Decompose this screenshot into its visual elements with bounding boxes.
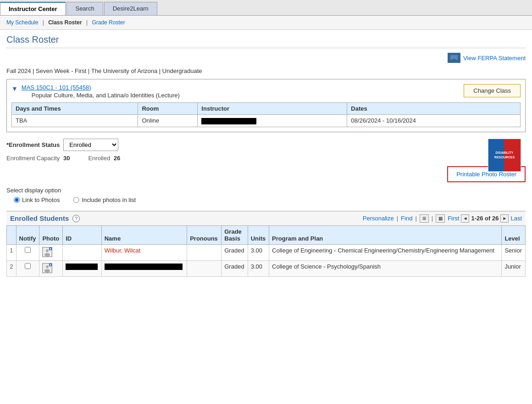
- col-room: Room: [138, 103, 198, 115]
- notify-checkbox-1[interactable]: [16, 244, 39, 260]
- col-program-plan: Program and Plan: [269, 225, 502, 244]
- name-cell-1: Wilbur, Wilcat: [101, 244, 187, 260]
- class-box: ▼ MAS 150C1 - 101 (55458) Popular Cultur…: [6, 79, 526, 132]
- first-page-link[interactable]: First: [448, 215, 459, 222]
- tab-search[interactable]: Search: [66, 2, 103, 15]
- enrollment-top: *Enrollment Status Enrolled Waitlisted D…: [6, 139, 526, 151]
- ferpa-label: View FERPA Statement: [463, 55, 526, 62]
- class-box-header: ▼ MAS 150C1 - 101 (55458) Popular Cultur…: [11, 84, 521, 99]
- tab-instructor-center[interactable]: Instructor Center: [0, 2, 66, 15]
- units-cell-1: 3.00: [248, 244, 269, 260]
- col-days-times: Days and Times: [12, 103, 138, 115]
- breadcrumb-class-roster: Class Roster: [48, 19, 82, 26]
- personalize-link[interactable]: Personalize: [363, 215, 394, 222]
- enrollment-status-select[interactable]: Enrolled Waitlisted Dropped: [63, 139, 118, 151]
- class-code-link[interactable]: MAS 150C1 - 101 (55458): [22, 84, 91, 91]
- grid-icon[interactable]: ⊞: [420, 214, 429, 223]
- collapse-icon[interactable]: ▼: [11, 85, 18, 92]
- row-num-2: 2: [7, 260, 17, 276]
- table-row: 1: [7, 244, 526, 260]
- session-info: Fall 2024 | Seven Week - First | The Uni…: [6, 67, 526, 74]
- radio-include-photos-label: Include photos in list: [82, 196, 136, 203]
- pronouns-cell-1: [187, 244, 222, 260]
- col-pronouns: Pronouns: [187, 225, 222, 244]
- breadcrumb: My Schedule | Class Roster | Grade Roste…: [0, 16, 532, 30]
- units-cell-2: 3.00: [248, 260, 269, 276]
- schedule-instructor: [198, 115, 347, 127]
- col-instructor: Instructor: [198, 103, 347, 115]
- name-cell-2: [101, 260, 187, 276]
- svg-point-10: [46, 265, 49, 268]
- enrolled-students-section: Enrolled Students ? Personalize | Find |…: [6, 211, 526, 277]
- schedule-days-times: TBA: [12, 115, 138, 127]
- id-cell-2: [63, 260, 102, 276]
- breadcrumb-grade-roster[interactable]: Grade Roster: [92, 19, 125, 26]
- display-option: Select display option Link to Photos Inc…: [6, 187, 526, 203]
- enrollment-area: *Enrollment Status Enrolled Waitlisted D…: [6, 139, 526, 162]
- radio-link-to-photos[interactable]: Link to Photos: [14, 196, 60, 203]
- photo-icon-1[interactable]: [42, 247, 52, 257]
- display-option-title: Select display option: [6, 187, 526, 194]
- instructor-redacted: [201, 118, 256, 124]
- photo-cell-1: [39, 244, 63, 260]
- class-schedule-table: Days and Times Room Instructor Dates TBA…: [11, 102, 521, 127]
- pronouns-cell-2: [187, 260, 222, 276]
- student-name-link-1[interactable]: Wilbur, Wilcat: [105, 247, 141, 254]
- col-dates: Dates: [347, 103, 521, 115]
- col-notify: Notify: [16, 225, 39, 244]
- col-grade-basis: GradeBasis: [222, 225, 248, 244]
- enrolled-header: Enrolled Students ? Personalize | Find |…: [6, 211, 526, 225]
- schedule-row: TBA Online 08/26/2024 - 10/16/2024: [12, 115, 521, 127]
- grade-basis-cell-2: Graded: [222, 260, 248, 276]
- breadcrumb-my-schedule[interactable]: My Schedule: [6, 19, 38, 26]
- col-name: Name: [101, 225, 187, 244]
- notify-checkbox-2[interactable]: [16, 260, 39, 276]
- printable-btn-wrapper: Printable Photo Roster: [6, 166, 526, 182]
- help-icon[interactable]: ?: [72, 215, 80, 222]
- page-content: Class Roster View FERPA Statement Fall 2…: [0, 30, 532, 281]
- enrollment-bottom: Enrollment Capacity 30 Enrolled 26: [6, 155, 526, 162]
- export-icon[interactable]: ▦: [436, 214, 445, 223]
- photo-cell-2: [39, 260, 63, 276]
- enrolled-title: Enrolled Students: [10, 214, 69, 222]
- pagination: First ◄ 1-26 of 26 ► Last: [448, 214, 522, 223]
- radio-options: Link to Photos Include photos in list: [14, 196, 526, 203]
- col-id: ID: [63, 225, 102, 244]
- program-plan-cell-1: College of Engineering - Chemical Engine…: [269, 244, 502, 260]
- next-page-btn[interactable]: ►: [500, 214, 509, 223]
- svg-point-5: [46, 249, 49, 252]
- enrolled-count: Enrolled 26: [88, 155, 120, 162]
- level-cell-1: Senior: [502, 244, 526, 260]
- schedule-dates: 08/26/2024 - 10/16/2024: [347, 115, 521, 127]
- table-row: 2: [7, 260, 526, 276]
- id-redacted-2: [66, 264, 98, 270]
- svg-point-13: [50, 264, 51, 265]
- enrollment-row: *Enrollment Status Enrolled Waitlisted D…: [6, 139, 526, 162]
- col-units: Units: [248, 225, 269, 244]
- svg-point-6: [44, 253, 50, 257]
- find-link[interactable]: Find: [401, 215, 412, 222]
- prev-page-btn[interactable]: ◄: [461, 214, 469, 223]
- svg-rect-3: [452, 60, 456, 61]
- last-page-link[interactable]: Last: [510, 215, 522, 222]
- radio-include-photos[interactable]: Include photos in list: [73, 196, 136, 203]
- svg-point-11: [44, 269, 50, 273]
- enrolled-toolbar: Personalize | Find | ⊞ | ▦ First ◄ 1-26 …: [363, 214, 522, 223]
- page-current: 1-26 of 26: [471, 215, 499, 222]
- program-plan-cell-2: College of Science - Psychology/Spanish: [269, 260, 502, 276]
- tab-desire2learn[interactable]: Desire2Learn: [104, 2, 157, 15]
- svg-point-8: [50, 248, 51, 249]
- name-redacted-2: [105, 264, 183, 270]
- col-level: Level: [502, 225, 526, 244]
- radio-link-to-photos-label: Link to Photos: [22, 196, 60, 203]
- ferpa-link[interactable]: View FERPA Statement: [448, 53, 526, 63]
- ferpa-icon: [448, 53, 460, 63]
- enrollment-capacity: Enrollment Capacity 30: [6, 155, 70, 162]
- change-class-button[interactable]: Change Class: [464, 84, 521, 97]
- grade-basis-cell-1: Graded: [222, 244, 248, 260]
- page-title: Class Roster: [6, 34, 526, 48]
- id-cell-1: [63, 244, 102, 260]
- row-num-1: 1: [7, 244, 17, 260]
- disability-badge: DISABILITYRESOURCES: [488, 139, 521, 172]
- photo-icon-2[interactable]: [42, 263, 52, 273]
